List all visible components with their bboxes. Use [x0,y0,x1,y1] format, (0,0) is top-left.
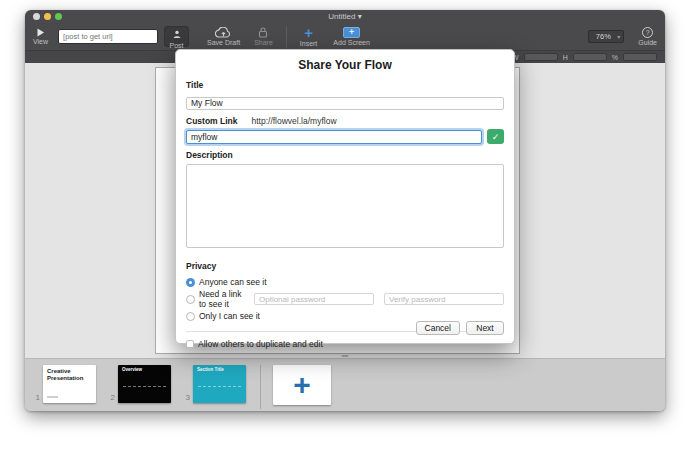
post-button[interactable]: Post [164,26,189,47]
privacy-option-anyone[interactable]: Anyone can see it [186,276,504,288]
slide-thumbnail-3[interactable]: Section Title [193,365,246,403]
slide-number: 2 [108,393,115,402]
add-screen-label: Add Screen [333,39,370,46]
slide-subline [47,396,58,398]
privacy-option-link[interactable]: Need a link to see it [186,293,504,305]
radio-label: Anyone can see it [199,277,267,287]
dialog-title: Share Your Flow [186,58,504,72]
slide-title: Section Title [197,368,224,373]
zoom-dropdown[interactable]: 76% ▾ [588,30,624,43]
person-icon [173,24,181,42]
share-label: Share [254,39,273,46]
zoom-value: 76% [592,32,614,41]
slide-title: Overview [122,368,142,373]
main-toolbar: View Post Save Draft Share [25,23,665,50]
save-draft-button[interactable]: Save Draft [207,27,240,46]
insert-button[interactable]: + Insert [300,27,318,47]
custom-link-url: http://flowvel.la/myflow [251,116,336,126]
lock-icon [258,27,268,38]
share-button[interactable]: Share [254,27,273,46]
description-textarea[interactable] [186,164,504,248]
add-slide-button[interactable]: + [273,365,331,405]
custom-link-label: Custom Link [186,116,237,126]
radio-selected-icon[interactable] [186,278,195,287]
filmstrip: 1 Creative Presentation 2 Overview 3 Sec… [25,359,665,411]
title-field-label: Title [186,80,504,90]
guide-button[interactable]: ? Guide [638,27,657,46]
checkbox-label: Allow others to duplicate and edit [198,339,323,349]
view-button[interactable]: View [33,28,48,45]
chevron-down-icon: ▾ [617,33,620,40]
percent-field[interactable] [623,53,657,61]
privacy-label: Privacy [186,261,504,271]
filmstrip-divider [260,365,261,409]
plus-icon: + [293,370,311,400]
slide-thumbnail-2[interactable]: Overview [118,365,171,403]
guide-label: Guide [638,39,657,46]
list-item: 3 Section Title [183,365,246,403]
resize-handle[interactable] [342,355,349,357]
next-button[interactable]: Next [466,321,504,335]
radio-icon[interactable] [186,312,195,321]
window-titlebar: Untitled ▾ [25,10,665,23]
cloud-upload-icon [215,27,232,38]
screen-plus-icon: + [343,27,360,38]
width-field[interactable] [524,53,558,61]
radio-label: Need a link to see it [199,289,244,309]
insert-label: Insert [300,40,318,47]
duplicate-permission-row[interactable]: Allow others to duplicate and edit [186,339,504,349]
height-label: H [563,54,568,61]
window-title[interactable]: Untitled ▾ [25,12,665,21]
custom-link-input[interactable] [186,130,482,144]
slide-dashed-line [123,386,165,387]
percent-label: % [612,54,618,61]
slide-thumbnail-1[interactable]: Creative Presentation [43,365,96,403]
checkbox-icon[interactable] [186,340,194,348]
toolbar-divider [286,26,287,48]
question-circle-icon: ? [642,27,653,38]
description-label: Description [186,150,504,160]
cancel-button[interactable]: Cancel [416,321,460,335]
view-label: View [33,38,48,45]
play-icon [36,28,45,37]
list-item: 2 Overview [108,365,171,403]
share-dialog: Share Your Flow Title Custom Link http:/… [175,49,515,344]
height-field[interactable] [573,53,607,61]
list-item: 1 Creative Presentation [33,365,96,403]
post-label: Post [170,42,184,49]
radio-icon[interactable] [186,295,195,304]
plus-icon: + [304,27,313,39]
slide-number: 1 [33,393,40,402]
slide-dashed-line [198,386,240,387]
verify-password-input[interactable] [384,293,504,305]
flow-title-input[interactable] [186,97,504,110]
add-screen-button[interactable]: + Add Screen [333,27,370,46]
save-draft-label: Save Draft [207,39,240,46]
slide-title: Creative Presentation [47,368,96,381]
slide-number: 3 [183,393,190,402]
link-available-check-button[interactable]: ✓ [487,129,504,144]
post-url-input[interactable] [58,29,158,44]
optional-password-input[interactable] [254,293,374,305]
page: Untitled ▾ View Post Save Dr [0,0,690,453]
radio-label: Only I can see it [199,311,260,321]
